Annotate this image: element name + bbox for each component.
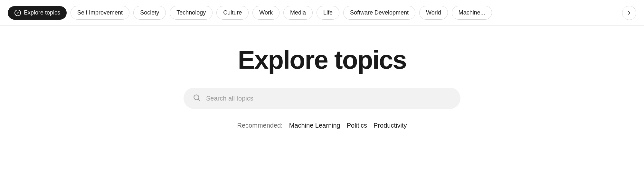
nav-scroll-right-button[interactable] [622,6,636,20]
nav-topic-society[interactable]: Society [133,6,166,20]
recommended-politics[interactable]: Politics [347,122,367,129]
nav-topic-work[interactable]: Work [252,6,279,20]
nav-topic-life[interactable]: Life [317,6,339,20]
recommended-machine-learning[interactable]: Machine Learning [289,122,340,129]
nav-topic-self-improvement[interactable]: Self Improvement [71,6,129,20]
compass-icon [14,9,21,16]
nav-topic-world[interactable]: World [419,6,448,20]
nav-topic-media[interactable]: Media [283,6,313,20]
nav-topic-technology[interactable]: Technology [170,6,213,20]
explore-topics-nav-label: Explore topics [24,9,60,16]
svg-marker-1 [16,12,19,14]
search-bar [184,88,460,109]
search-container [184,88,460,109]
recommended-label: Recommended: [237,122,283,129]
search-icon [193,93,201,103]
nav-topic-machine-learning-nav[interactable]: Machine... [452,6,492,20]
nav-topic-software-development[interactable]: Software Development [343,6,415,20]
recommended-productivity[interactable]: Productivity [374,122,407,129]
page-title: Explore topics [238,45,406,75]
search-input[interactable] [206,95,451,102]
explore-topics-button[interactable]: Explore topics [8,6,67,20]
main-content: Explore topics Recommended: Machine Lear… [0,26,644,142]
nav-bar: Explore topics Self Improvement Society … [0,0,644,26]
chevron-right-icon [626,10,632,16]
recommended-row: Recommended: Machine Learning Politics P… [237,122,407,129]
nav-topic-culture[interactable]: Culture [216,6,249,20]
